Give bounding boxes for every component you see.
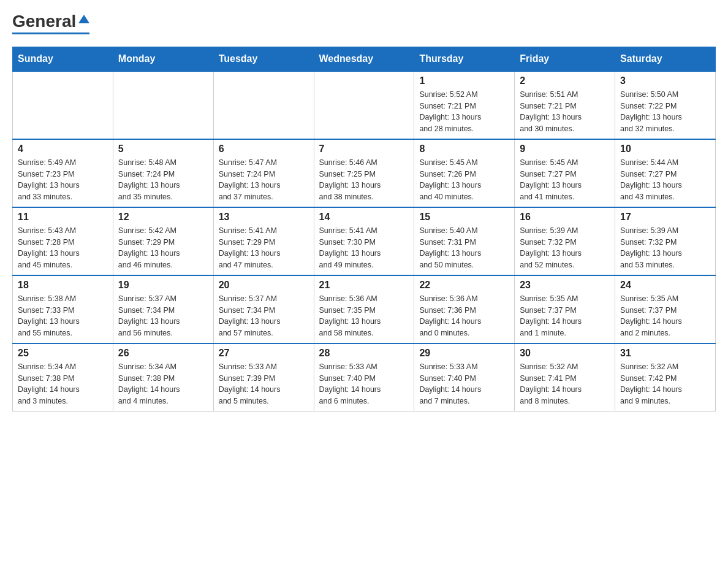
day-info: Sunrise: 5:42 AM Sunset: 7:29 PM Dayligh… <box>118 225 208 271</box>
week-row-1: 1Sunrise: 5:52 AM Sunset: 7:21 PM Daylig… <box>13 71 716 139</box>
day-info: Sunrise: 5:41 AM Sunset: 7:30 PM Dayligh… <box>319 225 409 271</box>
calendar-cell: 31Sunrise: 5:32 AM Sunset: 7:42 PM Dayli… <box>615 343 716 412</box>
calendar-cell: 6Sunrise: 5:47 AM Sunset: 7:24 PM Daylig… <box>213 139 314 207</box>
day-number: 19 <box>118 280 208 291</box>
calendar-cell: 9Sunrise: 5:45 AM Sunset: 7:27 PM Daylig… <box>515 139 615 207</box>
calendar-cell: 4Sunrise: 5:49 AM Sunset: 7:23 PM Daylig… <box>13 139 113 207</box>
logo-divider <box>12 33 89 34</box>
logo-text-general: General <box>12 12 76 31</box>
calendar-cell: 8Sunrise: 5:45 AM Sunset: 7:26 PM Daylig… <box>414 139 515 207</box>
day-info: Sunrise: 5:49 AM Sunset: 7:23 PM Dayligh… <box>18 157 108 203</box>
day-number: 9 <box>520 144 610 155</box>
day-info: Sunrise: 5:52 AM Sunset: 7:21 PM Dayligh… <box>419 89 509 135</box>
day-info: Sunrise: 5:44 AM Sunset: 7:27 PM Dayligh… <box>620 157 710 203</box>
day-header-monday: Monday <box>113 47 213 71</box>
day-number: 25 <box>18 348 108 359</box>
calendar-table: SundayMondayTuesdayWednesdayThursdayFrid… <box>12 47 716 412</box>
day-number: 8 <box>419 144 509 155</box>
calendar-cell <box>314 71 414 139</box>
calendar-cell: 14Sunrise: 5:41 AM Sunset: 7:30 PM Dayli… <box>314 207 414 275</box>
calendar-cell: 24Sunrise: 5:35 AM Sunset: 7:37 PM Dayli… <box>615 275 716 343</box>
day-info: Sunrise: 5:50 AM Sunset: 7:22 PM Dayligh… <box>620 89 710 135</box>
calendar-cell: 22Sunrise: 5:36 AM Sunset: 7:36 PM Dayli… <box>414 275 515 343</box>
day-number: 20 <box>219 280 309 291</box>
logo: General <box>12 12 89 34</box>
days-header-row: SundayMondayTuesdayWednesdayThursdayFrid… <box>13 47 716 71</box>
calendar-cell: 5Sunrise: 5:48 AM Sunset: 7:24 PM Daylig… <box>113 139 213 207</box>
day-info: Sunrise: 5:36 AM Sunset: 7:36 PM Dayligh… <box>419 293 509 339</box>
day-number: 22 <box>419 280 509 291</box>
calendar-cell <box>113 71 213 139</box>
calendar-cell <box>213 71 314 139</box>
day-number: 31 <box>620 348 710 359</box>
day-number: 1 <box>419 75 509 86</box>
week-row-3: 11Sunrise: 5:43 AM Sunset: 7:28 PM Dayli… <box>13 207 716 275</box>
svg-marker-0 <box>78 15 89 23</box>
calendar-cell: 19Sunrise: 5:37 AM Sunset: 7:34 PM Dayli… <box>113 275 213 343</box>
day-number: 10 <box>620 144 710 155</box>
calendar-cell: 29Sunrise: 5:33 AM Sunset: 7:40 PM Dayli… <box>414 343 515 412</box>
day-number: 30 <box>520 348 610 359</box>
calendar-cell: 30Sunrise: 5:32 AM Sunset: 7:41 PM Dayli… <box>515 343 615 412</box>
day-number: 21 <box>319 280 409 291</box>
calendar-cell: 3Sunrise: 5:50 AM Sunset: 7:22 PM Daylig… <box>615 71 716 139</box>
day-info: Sunrise: 5:33 AM Sunset: 7:40 PM Dayligh… <box>319 361 409 407</box>
day-number: 26 <box>118 348 208 359</box>
day-info: Sunrise: 5:47 AM Sunset: 7:24 PM Dayligh… <box>219 157 309 203</box>
day-number: 3 <box>620 75 710 86</box>
calendar-cell: 27Sunrise: 5:33 AM Sunset: 7:39 PM Dayli… <box>213 343 314 412</box>
page-header: General <box>12 12 716 34</box>
calendar-cell: 23Sunrise: 5:35 AM Sunset: 7:37 PM Dayli… <box>515 275 615 343</box>
day-number: 2 <box>520 75 610 86</box>
day-header-sunday: Sunday <box>13 47 113 71</box>
day-number: 12 <box>118 212 208 223</box>
day-info: Sunrise: 5:43 AM Sunset: 7:28 PM Dayligh… <box>18 225 108 271</box>
day-info: Sunrise: 5:40 AM Sunset: 7:31 PM Dayligh… <box>419 225 509 271</box>
day-number: 23 <box>520 280 610 291</box>
week-row-4: 18Sunrise: 5:38 AM Sunset: 7:33 PM Dayli… <box>13 275 716 343</box>
day-info: Sunrise: 5:32 AM Sunset: 7:41 PM Dayligh… <box>520 361 610 407</box>
day-info: Sunrise: 5:35 AM Sunset: 7:37 PM Dayligh… <box>520 293 610 339</box>
day-number: 6 <box>219 144 309 155</box>
day-number: 4 <box>18 144 108 155</box>
calendar-cell: 17Sunrise: 5:39 AM Sunset: 7:32 PM Dayli… <box>615 207 716 275</box>
day-number: 11 <box>18 212 108 223</box>
calendar-cell: 12Sunrise: 5:42 AM Sunset: 7:29 PM Dayli… <box>113 207 213 275</box>
calendar-cell <box>13 71 113 139</box>
day-info: Sunrise: 5:39 AM Sunset: 7:32 PM Dayligh… <box>620 225 710 271</box>
calendar-cell: 7Sunrise: 5:46 AM Sunset: 7:25 PM Daylig… <box>314 139 414 207</box>
calendar-cell: 10Sunrise: 5:44 AM Sunset: 7:27 PM Dayli… <box>615 139 716 207</box>
day-number: 18 <box>18 280 108 291</box>
calendar-cell: 18Sunrise: 5:38 AM Sunset: 7:33 PM Dayli… <box>13 275 113 343</box>
day-info: Sunrise: 5:46 AM Sunset: 7:25 PM Dayligh… <box>319 157 409 203</box>
calendar-cell: 11Sunrise: 5:43 AM Sunset: 7:28 PM Dayli… <box>13 207 113 275</box>
day-info: Sunrise: 5:38 AM Sunset: 7:33 PM Dayligh… <box>18 293 108 339</box>
week-row-5: 25Sunrise: 5:34 AM Sunset: 7:38 PM Dayli… <box>13 343 716 412</box>
day-number: 7 <box>319 144 409 155</box>
day-info: Sunrise: 5:45 AM Sunset: 7:26 PM Dayligh… <box>419 157 509 203</box>
day-info: Sunrise: 5:41 AM Sunset: 7:29 PM Dayligh… <box>219 225 309 271</box>
day-info: Sunrise: 5:32 AM Sunset: 7:42 PM Dayligh… <box>620 361 710 407</box>
day-number: 24 <box>620 280 710 291</box>
day-info: Sunrise: 5:33 AM Sunset: 7:39 PM Dayligh… <box>219 361 309 407</box>
day-info: Sunrise: 5:35 AM Sunset: 7:37 PM Dayligh… <box>620 293 710 339</box>
day-info: Sunrise: 5:37 AM Sunset: 7:34 PM Dayligh… <box>219 293 309 339</box>
day-number: 28 <box>319 348 409 359</box>
day-info: Sunrise: 5:39 AM Sunset: 7:32 PM Dayligh… <box>520 225 610 271</box>
day-info: Sunrise: 5:36 AM Sunset: 7:35 PM Dayligh… <box>319 293 409 339</box>
day-number: 15 <box>419 212 509 223</box>
day-header-saturday: Saturday <box>615 47 716 71</box>
day-number: 17 <box>620 212 710 223</box>
day-header-friday: Friday <box>515 47 615 71</box>
calendar-cell: 16Sunrise: 5:39 AM Sunset: 7:32 PM Dayli… <box>515 207 615 275</box>
calendar-cell: 28Sunrise: 5:33 AM Sunset: 7:40 PM Dayli… <box>314 343 414 412</box>
calendar-cell: 15Sunrise: 5:40 AM Sunset: 7:31 PM Dayli… <box>414 207 515 275</box>
calendar-cell: 20Sunrise: 5:37 AM Sunset: 7:34 PM Dayli… <box>213 275 314 343</box>
day-info: Sunrise: 5:33 AM Sunset: 7:40 PM Dayligh… <box>419 361 509 407</box>
day-header-tuesday: Tuesday <box>213 47 314 71</box>
day-number: 27 <box>219 348 309 359</box>
day-header-thursday: Thursday <box>414 47 515 71</box>
calendar-cell: 13Sunrise: 5:41 AM Sunset: 7:29 PM Dayli… <box>213 207 314 275</box>
day-info: Sunrise: 5:37 AM Sunset: 7:34 PM Dayligh… <box>118 293 208 339</box>
calendar-cell: 26Sunrise: 5:34 AM Sunset: 7:38 PM Dayli… <box>113 343 213 412</box>
